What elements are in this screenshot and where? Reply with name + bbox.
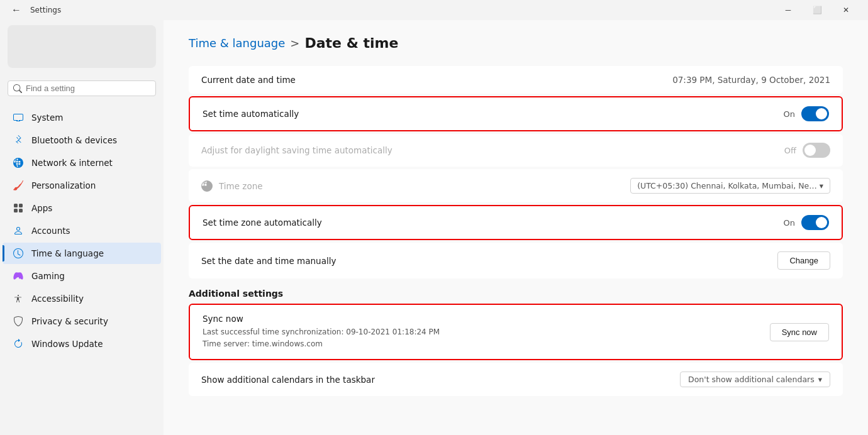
additional-calendars-row: Show additional calendars in the taskbar… [189, 363, 843, 396]
set-date-manual-label: Set the date and time manually [201, 256, 336, 266]
sidebar-item-apps[interactable]: Apps [3, 197, 161, 219]
timezone-select[interactable]: (UTC+05:30) Chennai, Kolkata, Mumbai, Ne… [630, 178, 830, 194]
timezone-row: Time zone (UTC+05:30) Chennai, Kolkata, … [189, 169, 843, 202]
sidebar-item-privacy-label: Privacy & security [31, 316, 108, 326]
sync-now-block: Sync now Last successful time synchroniz… [189, 304, 843, 360]
daylight-saving-label: Adjust for daylight saving time automati… [201, 145, 392, 155]
chevron-down-icon: ▾ [820, 181, 823, 190]
toggle-knob-tz [816, 217, 827, 228]
search-icon [13, 84, 22, 93]
sync-time-server: Time server: time.windows.com [203, 338, 440, 350]
accessibility-icon [13, 293, 24, 304]
sidebar-item-update-label: Windows Update [31, 339, 103, 349]
sync-now-button[interactable]: Sync now [770, 323, 829, 341]
breadcrumb-separator: > [290, 36, 299, 50]
calendar-value: Don't show additional calendars [688, 375, 815, 384]
sidebar-item-accounts[interactable]: Accounts [3, 220, 161, 241]
daylight-saving-right: Off [784, 143, 830, 158]
sidebar-item-personalization[interactable]: Personalization [3, 175, 161, 196]
breadcrumb-parent[interactable]: Time & language [189, 36, 285, 50]
search-box[interactable] [8, 80, 156, 96]
set-timezone-auto-toggle[interactable] [801, 215, 829, 230]
set-timezone-auto-right: On [784, 215, 829, 230]
content-area: Time & language > Date & time Current da… [164, 20, 868, 435]
titlebar-left: ← Settings [8, 1, 61, 19]
sidebar-item-update[interactable]: Windows Update [3, 333, 161, 355]
sidebar-item-network-label: Network & internet [31, 158, 113, 168]
apps-icon [13, 202, 24, 214]
time-icon [13, 248, 24, 259]
daylight-saving-row: Adjust for daylight saving time automati… [189, 134, 843, 167]
additional-calendars-label: Show additional calendars in the taskbar [201, 375, 375, 385]
sidebar-item-system-label: System [31, 113, 63, 123]
set-time-auto-toggle[interactable] [801, 106, 829, 121]
privacy-icon [13, 316, 24, 327]
sidebar-item-time[interactable]: Time & language [3, 243, 161, 264]
sidebar-item-apps-label: Apps [31, 203, 52, 213]
titlebar: ← Settings ─ ⬜ ✕ [0, 0, 868, 20]
current-datetime-value: 07:39 PM, Saturday, 9 October, 2021 [672, 75, 830, 85]
sidebar-item-accounts-label: Accounts [31, 226, 70, 236]
sidebar-item-bluetooth[interactable]: Bluetooth & devices [3, 129, 161, 151]
sync-last-sync: Last successful time synchronization: 09… [203, 326, 440, 338]
update-icon [13, 338, 24, 350]
set-time-auto-row: Set time automatically On [189, 96, 843, 131]
sidebar-item-accessibility[interactable]: Accessibility [3, 288, 161, 309]
sidebar-item-bluetooth-label: Bluetooth & devices [31, 135, 117, 145]
set-time-auto-label: Set time automatically [203, 109, 299, 119]
sync-now-title: Sync now [203, 314, 440, 324]
timezone-left: Time zone [201, 180, 263, 192]
set-date-manual-row: Set the date and time manually Change [189, 243, 843, 278]
calendar-select[interactable]: Don't show additional calendars ▾ [680, 372, 830, 387]
back-button[interactable]: ← [8, 1, 25, 19]
app-title: Settings [30, 6, 61, 14]
sidebar-item-time-label: Time & language [31, 248, 104, 258]
sidebar-logo [8, 25, 156, 68]
calendar-chevron-icon: ▾ [818, 375, 822, 384]
set-timezone-auto-label: Set time zone automatically [203, 218, 322, 228]
close-button[interactable]: ✕ [832, 0, 860, 20]
sidebar-item-gaming[interactable]: Gaming [3, 265, 161, 287]
gaming-icon [13, 270, 24, 282]
sidebar-item-system[interactable]: System [3, 107, 161, 128]
sidebar-item-privacy[interactable]: Privacy & security [3, 311, 161, 332]
daylight-saving-toggle[interactable] [803, 143, 830, 158]
daylight-saving-state: Off [784, 146, 796, 155]
accounts-icon [13, 225, 24, 236]
sidebar-item-gaming-label: Gaming [31, 271, 65, 281]
toggle-knob [816, 108, 827, 119]
sidebar-search-area [0, 75, 164, 106]
network-icon [13, 157, 24, 168]
bluetooth-icon [13, 135, 24, 146]
sync-left: Sync now Last successful time synchroniz… [203, 314, 440, 350]
timezone-label: Time zone [219, 181, 263, 191]
change-button[interactable]: Change [777, 251, 830, 270]
set-time-auto-right: On [784, 106, 829, 121]
sidebar-item-network[interactable]: Network & internet [3, 152, 161, 173]
search-input[interactable] [26, 84, 150, 93]
breadcrumb: Time & language > Date & time [189, 35, 843, 51]
breadcrumb-current: Date & time [304, 35, 398, 51]
timezone-value: (UTC+05:30) Chennai, Kolkata, Mumbai, Ne… [637, 181, 817, 190]
system-icon [13, 112, 24, 123]
set-time-auto-state: On [784, 109, 795, 119]
app-container: System Bluetooth & devices Network & int… [0, 20, 868, 435]
set-timezone-auto-state: On [784, 218, 795, 228]
globe-icon [201, 180, 213, 192]
minimize-button[interactable]: ─ [774, 0, 803, 20]
sidebar: System Bluetooth & devices Network & int… [0, 20, 164, 435]
current-datetime-row: Current date and time 07:39 PM, Saturday… [189, 66, 843, 94]
set-timezone-auto-row: Set time zone automatically On [189, 205, 843, 240]
titlebar-controls: ─ ⬜ ✕ [774, 0, 860, 20]
toggle-knob-off [804, 145, 816, 156]
sidebar-item-personalization-label: Personalization [31, 180, 96, 190]
sidebar-item-accessibility-label: Accessibility [31, 294, 84, 304]
current-datetime-label: Current date and time [201, 75, 296, 85]
additional-settings-header: Additional settings [189, 289, 843, 299]
personalization-icon [13, 180, 24, 191]
restore-button[interactable]: ⬜ [803, 0, 832, 20]
